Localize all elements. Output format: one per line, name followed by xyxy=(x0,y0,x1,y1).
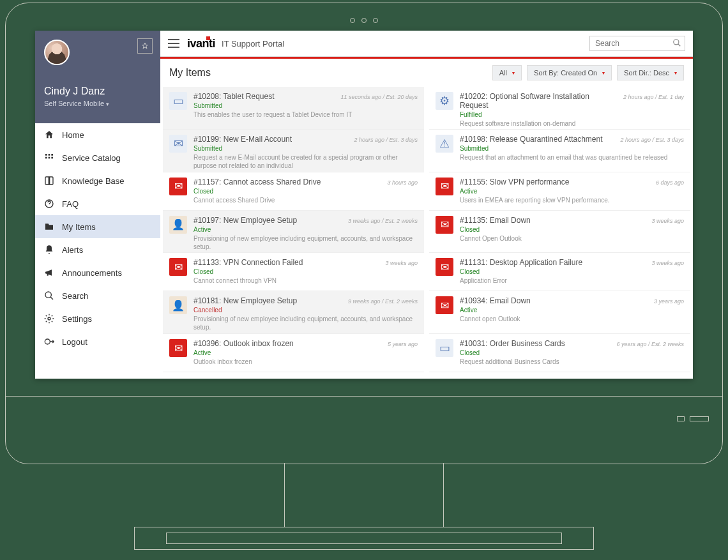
portal-title: IT Support Portal xyxy=(222,39,284,49)
pin-button[interactable] xyxy=(137,38,153,54)
item-row[interactable]: ✉#10934: Email Down3 years agoActiveCann… xyxy=(429,291,690,334)
item-type-icon: ✉ xyxy=(169,339,187,357)
search-icon[interactable] xyxy=(672,38,681,47)
item-title: #10198: Release Quarantined Attachment xyxy=(460,135,616,144)
item-status: Fulfilled xyxy=(460,111,684,118)
item-desc: Users in EMEA are reporting slow VPN per… xyxy=(460,196,684,204)
item-row[interactable]: ✉#11131: Desktop Application Failure3 we… xyxy=(429,253,690,291)
item-title: #10934: Email Down xyxy=(460,296,650,305)
item-time: 3 weeks ago xyxy=(651,218,684,224)
global-search xyxy=(589,36,685,51)
svg-rect-0 xyxy=(45,154,47,156)
item-title: #10396: Outlook inbox frozen xyxy=(193,339,384,348)
nav-item-search[interactable]: Search xyxy=(35,284,160,307)
item-type-icon: ✉ xyxy=(169,135,187,153)
filter-scope[interactable]: All xyxy=(492,65,522,80)
nav-item-folder[interactable]: My Items xyxy=(35,215,160,238)
avatar[interactable] xyxy=(44,40,70,65)
nav-item-gear[interactable]: Settings xyxy=(35,307,160,330)
gear-icon xyxy=(44,314,54,324)
menu-button[interactable] xyxy=(168,39,181,48)
role-selector[interactable]: Self Service Mobile xyxy=(44,100,151,107)
nav-label: Service Catalog xyxy=(62,153,121,163)
item-title: #10031: Order Business Cards xyxy=(460,339,612,348)
nav-label: Knowledge Base xyxy=(62,176,125,186)
home-icon xyxy=(44,130,54,140)
nav-item-logout[interactable]: Logout xyxy=(35,330,160,353)
item-status: Active xyxy=(460,306,684,314)
brand-logo: ivanti xyxy=(187,37,215,50)
item-row[interactable]: ✉#10199: New E-Mail Account2 hours ago /… xyxy=(163,130,424,172)
item-type-icon: ✉ xyxy=(436,258,453,276)
svg-rect-5 xyxy=(51,157,53,159)
svg-point-6 xyxy=(45,292,51,298)
item-body: #11155: Slow VPN performance6 days agoAc… xyxy=(460,178,684,205)
item-title: #11133: VPN Connection Failed xyxy=(193,258,381,267)
page-title: My Items xyxy=(169,67,487,79)
folder-icon xyxy=(44,222,54,232)
nav-item-book[interactable]: Knowledge Base xyxy=(35,169,160,192)
item-title: #10197: New Employee Setup xyxy=(193,216,344,225)
logout-icon xyxy=(44,337,54,347)
item-desc: Request a new E-Mail account be created … xyxy=(193,153,418,170)
item-row[interactable]: ✉#10396: Outlook inbox frozen5 years ago… xyxy=(163,334,424,372)
item-row[interactable]: ⚙#10202: Optional Software Installation … xyxy=(429,87,690,130)
item-row[interactable]: ▭#10208: Tablet Request11 seconds ago / … xyxy=(163,87,424,130)
item-row[interactable]: ✉#11157: Cannot access Shared Drive3 hou… xyxy=(163,172,424,211)
item-time: 6 years ago / Est. 2 weeks xyxy=(616,341,684,347)
search-icon xyxy=(44,291,54,301)
item-body: #10396: Outlook inbox frozen5 years agoA… xyxy=(193,339,418,367)
item-status: Closed xyxy=(193,188,418,195)
item-row[interactable]: ✉#11155: Slow VPN performance6 days agoA… xyxy=(429,172,690,211)
item-row[interactable]: ✉#11133: VPN Connection Failed3 weeks ag… xyxy=(163,253,424,291)
megaphone-icon xyxy=(44,268,54,278)
svg-rect-4 xyxy=(49,157,50,159)
item-desc: Cannot Open Outlook xyxy=(460,234,684,243)
item-row[interactable]: ✉#11135: Email Down3 weeks agoClosedCann… xyxy=(429,211,690,254)
item-desc: Provisioning of new employee including e… xyxy=(193,315,418,331)
nav-label: Alerts xyxy=(62,245,83,255)
item-body: #10031: Order Business Cards6 years ago … xyxy=(460,339,684,367)
item-body: #10208: Tablet Request11 seconds ago / E… xyxy=(193,92,418,124)
item-row[interactable]: ⚠#10198: Release Quarantined Attachment2… xyxy=(429,130,690,172)
item-desc: Application Error xyxy=(460,276,684,285)
item-status: Active xyxy=(460,188,684,195)
search-input[interactable] xyxy=(589,36,685,51)
item-time: 9 weeks ago / Est. 2 weeks xyxy=(348,298,418,305)
hamburger-icon xyxy=(168,39,179,48)
item-body: #11157: Cannot access Shared Drive3 hour… xyxy=(193,178,418,205)
item-row[interactable]: 👤#10181: New Employee Setup9 weeks ago /… xyxy=(163,291,424,334)
item-type-icon: ✉ xyxy=(169,178,187,195)
topbar: ivanti IT Support Portal xyxy=(160,31,693,57)
nav-item-megaphone[interactable]: Announcements xyxy=(35,261,160,284)
svg-point-8 xyxy=(45,339,50,344)
item-type-icon: ⚠ xyxy=(436,135,453,153)
monitor-frame: Cindy J Danz Self Service Mobile HomeSer… xyxy=(0,0,728,560)
item-body: #11135: Email Down3 weeks agoClosedCanno… xyxy=(460,216,684,248)
item-status: Active xyxy=(193,349,418,356)
nav-item-catalog[interactable]: Service Catalog xyxy=(35,146,160,169)
item-type-icon: ⚙ xyxy=(436,92,453,110)
item-title: #10181: New Employee Setup xyxy=(193,296,344,305)
item-row[interactable]: 👤#10197: New Employee Setup3 weeks ago /… xyxy=(163,211,424,254)
item-title: #11155: Slow VPN performance xyxy=(460,178,652,186)
item-type-icon: ✉ xyxy=(436,216,453,234)
pin-icon xyxy=(141,42,149,50)
item-time: 11 seconds ago / Est. 20 days xyxy=(340,94,418,100)
item-title: #11131: Desktop Application Failure xyxy=(460,258,648,267)
item-status: Closed xyxy=(460,349,684,356)
item-time: 2 hours ago / Est. 1 day xyxy=(623,94,684,100)
item-status: Submitted xyxy=(193,145,418,152)
book-icon xyxy=(44,176,54,186)
nav-item-faq[interactable]: FAQ xyxy=(35,192,160,215)
bell-icon xyxy=(44,245,54,255)
nav-item-bell[interactable]: Alerts xyxy=(35,238,160,261)
filter-sortby[interactable]: Sort By: Created On xyxy=(527,65,612,80)
camera-dots xyxy=(350,18,378,23)
profile-block: Cindy J Danz Self Service Mobile xyxy=(35,31,160,123)
item-row[interactable]: ▭#10031: Order Business Cards6 years ago… xyxy=(429,334,690,372)
item-time: 3 years ago xyxy=(654,298,684,305)
svg-point-7 xyxy=(48,317,50,320)
filter-sortdir[interactable]: Sort Dir.: Desc xyxy=(617,65,684,80)
nav-item-home[interactable]: Home xyxy=(35,123,160,146)
